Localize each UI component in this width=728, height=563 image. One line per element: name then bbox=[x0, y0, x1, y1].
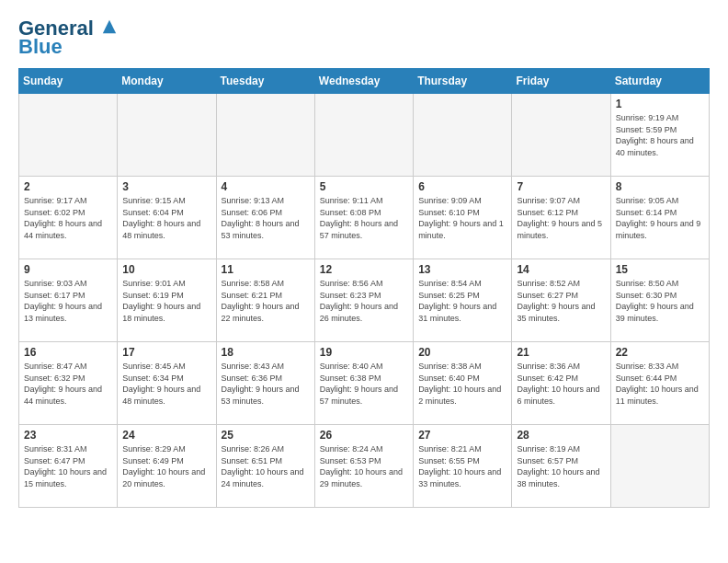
day-number: 28 bbox=[517, 429, 605, 442]
week-row-3: 16Sunrise: 8:47 AMSunset: 6:32 PMDayligh… bbox=[19, 342, 710, 425]
day-info: Sunrise: 9:03 AMSunset: 6:17 PMDaylight:… bbox=[24, 278, 112, 324]
day-cell: 20Sunrise: 8:38 AMSunset: 6:40 PMDayligh… bbox=[414, 342, 512, 425]
svg-marker-0 bbox=[103, 20, 116, 33]
week-row-2: 9Sunrise: 9:03 AMSunset: 6:17 PMDaylight… bbox=[19, 259, 710, 342]
logo: General Blue bbox=[18, 18, 118, 59]
day-info: Sunrise: 8:21 AMSunset: 6:55 PMDaylight:… bbox=[418, 443, 506, 489]
day-number: 15 bbox=[616, 263, 704, 276]
day-info: Sunrise: 8:54 AMSunset: 6:25 PMDaylight:… bbox=[418, 278, 506, 324]
day-number: 26 bbox=[320, 429, 408, 442]
day-number: 21 bbox=[517, 346, 605, 359]
day-info: Sunrise: 9:11 AMSunset: 6:08 PMDaylight:… bbox=[320, 195, 408, 241]
calendar-table: SundayMondayTuesdayWednesdayThursdayFrid… bbox=[18, 68, 710, 508]
col-header-tuesday: Tuesday bbox=[216, 69, 314, 94]
col-header-thursday: Thursday bbox=[414, 69, 512, 94]
day-cell: 9Sunrise: 9:03 AMSunset: 6:17 PMDaylight… bbox=[19, 259, 118, 342]
day-info: Sunrise: 9:13 AMSunset: 6:06 PMDaylight:… bbox=[222, 195, 310, 241]
day-cell: 10Sunrise: 9:01 AMSunset: 6:19 PMDayligh… bbox=[118, 259, 216, 342]
col-header-sunday: Sunday bbox=[19, 69, 118, 94]
day-cell: 6Sunrise: 9:09 AMSunset: 6:10 PMDaylight… bbox=[414, 177, 512, 259]
col-header-wednesday: Wednesday bbox=[314, 69, 413, 94]
day-cell: 13Sunrise: 8:54 AMSunset: 6:25 PMDayligh… bbox=[414, 259, 512, 342]
col-header-monday: Monday bbox=[118, 69, 216, 94]
day-info: Sunrise: 9:17 AMSunset: 6:02 PMDaylight:… bbox=[24, 195, 112, 241]
day-number: 19 bbox=[320, 346, 408, 359]
day-info: Sunrise: 8:24 AMSunset: 6:53 PMDaylight:… bbox=[320, 443, 408, 489]
day-info: Sunrise: 8:26 AMSunset: 6:51 PMDaylight:… bbox=[222, 443, 310, 489]
day-number: 27 bbox=[418, 429, 506, 442]
day-info: Sunrise: 8:56 AMSunset: 6:23 PMDaylight:… bbox=[320, 278, 408, 324]
day-cell bbox=[216, 94, 314, 177]
day-number: 6 bbox=[418, 180, 506, 193]
day-info: Sunrise: 9:01 AMSunset: 6:19 PMDaylight:… bbox=[122, 278, 210, 324]
day-info: Sunrise: 8:31 AMSunset: 6:47 PMDaylight:… bbox=[24, 443, 112, 489]
day-cell: 21Sunrise: 8:36 AMSunset: 6:42 PMDayligh… bbox=[512, 342, 610, 425]
day-cell: 25Sunrise: 8:26 AMSunset: 6:51 PMDayligh… bbox=[216, 425, 314, 508]
day-cell bbox=[19, 94, 118, 177]
day-number: 5 bbox=[320, 180, 408, 193]
day-info: Sunrise: 8:50 AMSunset: 6:30 PMDaylight:… bbox=[616, 278, 704, 324]
day-cell: 8Sunrise: 9:05 AMSunset: 6:14 PMDaylight… bbox=[610, 177, 709, 259]
day-cell: 1Sunrise: 9:19 AMSunset: 5:59 PMDaylight… bbox=[610, 94, 709, 177]
day-number: 3 bbox=[122, 180, 210, 193]
day-number: 9 bbox=[24, 263, 112, 276]
day-cell: 23Sunrise: 8:31 AMSunset: 6:47 PMDayligh… bbox=[19, 425, 118, 508]
day-info: Sunrise: 8:47 AMSunset: 6:32 PMDaylight:… bbox=[24, 361, 112, 407]
day-cell: 5Sunrise: 9:11 AMSunset: 6:08 PMDaylight… bbox=[314, 177, 413, 259]
day-cell: 28Sunrise: 8:19 AMSunset: 6:57 PMDayligh… bbox=[512, 425, 610, 508]
day-info: Sunrise: 9:09 AMSunset: 6:10 PMDaylight:… bbox=[418, 195, 506, 241]
day-cell: 16Sunrise: 8:47 AMSunset: 6:32 PMDayligh… bbox=[19, 342, 118, 425]
day-cell: 2Sunrise: 9:17 AMSunset: 6:02 PMDaylight… bbox=[19, 177, 118, 259]
day-number: 23 bbox=[24, 429, 112, 442]
day-number: 1 bbox=[616, 98, 704, 110]
day-info: Sunrise: 8:33 AMSunset: 6:44 PMDaylight:… bbox=[616, 361, 704, 407]
day-info: Sunrise: 8:36 AMSunset: 6:42 PMDaylight:… bbox=[517, 361, 605, 407]
day-info: Sunrise: 8:19 AMSunset: 6:57 PMDaylight:… bbox=[517, 443, 605, 489]
day-info: Sunrise: 8:58 AMSunset: 6:21 PMDaylight:… bbox=[222, 278, 310, 324]
logo-icon bbox=[101, 18, 118, 35]
day-number: 4 bbox=[222, 180, 310, 193]
day-number: 22 bbox=[616, 346, 704, 359]
day-cell: 26Sunrise: 8:24 AMSunset: 6:53 PMDayligh… bbox=[314, 425, 413, 508]
week-row-4: 23Sunrise: 8:31 AMSunset: 6:47 PMDayligh… bbox=[19, 425, 710, 508]
day-cell: 7Sunrise: 9:07 AMSunset: 6:12 PMDaylight… bbox=[512, 177, 610, 259]
day-cell: 17Sunrise: 8:45 AMSunset: 6:34 PMDayligh… bbox=[118, 342, 216, 425]
day-cell: 4Sunrise: 9:13 AMSunset: 6:06 PMDaylight… bbox=[216, 177, 314, 259]
day-number: 2 bbox=[24, 180, 112, 193]
day-cell: 15Sunrise: 8:50 AMSunset: 6:30 PMDayligh… bbox=[610, 259, 709, 342]
day-number: 16 bbox=[24, 346, 112, 359]
day-info: Sunrise: 9:19 AMSunset: 5:59 PMDaylight:… bbox=[616, 112, 704, 158]
day-number: 18 bbox=[222, 346, 310, 359]
day-info: Sunrise: 8:38 AMSunset: 6:40 PMDaylight:… bbox=[418, 361, 506, 407]
day-cell: 22Sunrise: 8:33 AMSunset: 6:44 PMDayligh… bbox=[610, 342, 709, 425]
day-info: Sunrise: 9:05 AMSunset: 6:14 PMDaylight:… bbox=[616, 195, 704, 241]
day-info: Sunrise: 9:07 AMSunset: 6:12 PMDaylight:… bbox=[517, 195, 605, 241]
day-cell: 24Sunrise: 8:29 AMSunset: 6:49 PMDayligh… bbox=[118, 425, 216, 508]
day-number: 11 bbox=[222, 263, 310, 276]
day-number: 20 bbox=[418, 346, 506, 359]
day-info: Sunrise: 8:29 AMSunset: 6:49 PMDaylight:… bbox=[122, 443, 210, 489]
day-cell bbox=[512, 94, 610, 177]
week-row-1: 2Sunrise: 9:17 AMSunset: 6:02 PMDaylight… bbox=[19, 177, 710, 259]
day-cell: 14Sunrise: 8:52 AMSunset: 6:27 PMDayligh… bbox=[512, 259, 610, 342]
day-number: 10 bbox=[122, 263, 210, 276]
day-cell: 3Sunrise: 9:15 AMSunset: 6:04 PMDaylight… bbox=[118, 177, 216, 259]
day-number: 8 bbox=[616, 180, 704, 193]
day-info: Sunrise: 8:40 AMSunset: 6:38 PMDaylight:… bbox=[320, 361, 408, 407]
week-row-0: 1Sunrise: 9:19 AMSunset: 5:59 PMDaylight… bbox=[19, 94, 710, 177]
day-info: Sunrise: 9:15 AMSunset: 6:04 PMDaylight:… bbox=[122, 195, 210, 241]
day-number: 14 bbox=[517, 263, 605, 276]
day-number: 12 bbox=[320, 263, 408, 276]
col-header-saturday: Saturday bbox=[610, 69, 709, 94]
day-cell: 19Sunrise: 8:40 AMSunset: 6:38 PMDayligh… bbox=[314, 342, 413, 425]
page-header: General Blue bbox=[18, 18, 710, 59]
day-cell bbox=[414, 94, 512, 177]
day-number: 24 bbox=[122, 429, 210, 442]
day-number: 13 bbox=[418, 263, 506, 276]
day-number: 17 bbox=[122, 346, 210, 359]
day-cell: 12Sunrise: 8:56 AMSunset: 6:23 PMDayligh… bbox=[314, 259, 413, 342]
day-cell bbox=[314, 94, 413, 177]
day-cell bbox=[118, 94, 216, 177]
day-info: Sunrise: 8:45 AMSunset: 6:34 PMDaylight:… bbox=[122, 361, 210, 407]
day-cell: 11Sunrise: 8:58 AMSunset: 6:21 PMDayligh… bbox=[216, 259, 314, 342]
